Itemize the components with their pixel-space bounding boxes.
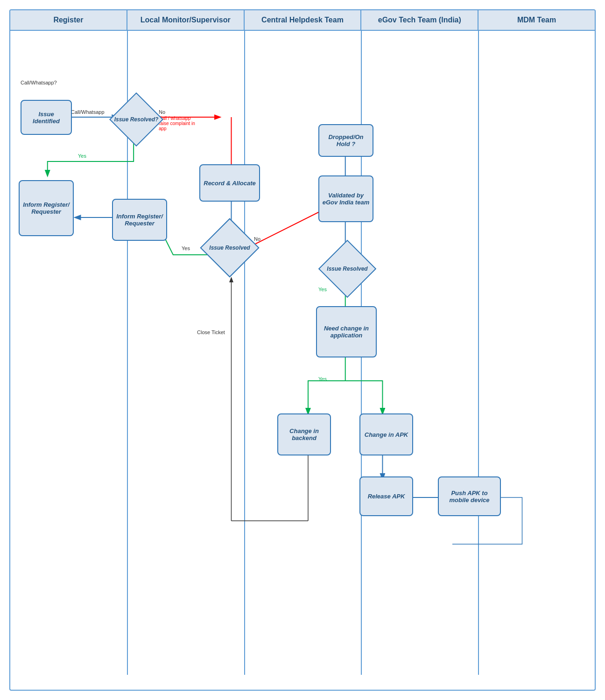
push-apk-shape: Push APK to mobile device bbox=[438, 476, 501, 516]
yes4-label: Yes bbox=[318, 376, 327, 382]
diagram-container: Register Local Monitor/Supervisor Centra… bbox=[9, 9, 596, 691]
yes1-label: Yes bbox=[78, 153, 86, 159]
inform-register2-shape: Inform Register/ Requester bbox=[112, 199, 167, 241]
record-allocate-shape: Record & Allocate bbox=[199, 164, 260, 202]
change-apk-shape: Change in APK bbox=[359, 413, 413, 455]
release-apk-shape: Release APK bbox=[359, 476, 413, 516]
content-area: Call/Whatsapp? Call/Whatsapp No Call / w… bbox=[10, 31, 595, 675]
header-central-helpdesk: Central Helpdesk Team bbox=[245, 10, 362, 30]
close-ticket-label: Close Ticket bbox=[197, 329, 225, 335]
header-local-monitor: Local Monitor/Supervisor bbox=[127, 10, 245, 30]
call-whatsapp-label: Call/Whatsapp? bbox=[21, 80, 57, 85]
issue-resolved-local-diamond: Issue Resolved? bbox=[111, 98, 162, 140]
call-whatsapp-arrow-label: Call/Whatsapp bbox=[71, 109, 105, 115]
yes2-label: Yes bbox=[182, 245, 190, 251]
change-backend-shape: Change in backend bbox=[277, 413, 331, 455]
divider-4 bbox=[478, 31, 479, 675]
validated-egov-shape: Validated by eGov India team bbox=[318, 175, 373, 222]
inform-register1-shape: Inform Register/ Requester bbox=[19, 180, 74, 236]
header-row: Register Local Monitor/Supervisor Centra… bbox=[10, 10, 595, 31]
raise-complaint-label: Call / whatsapp raise complaint in app bbox=[159, 116, 196, 131]
diagram-wrapper: Register Local Monitor/Supervisor Centra… bbox=[0, 0, 605, 700]
divider-2 bbox=[244, 31, 245, 675]
issue-resolved-central-diamond: Issue Resolved bbox=[202, 224, 258, 271]
issue-identified-shape: Issue Identified bbox=[21, 100, 72, 135]
arrows-svg bbox=[10, 31, 595, 675]
dropped-on-hold-shape: Dropped/On Hold ? bbox=[318, 124, 373, 157]
header-mdm: MDM Team bbox=[478, 10, 595, 30]
issue-resolved-egov-diamond: Issue Resolved bbox=[320, 245, 375, 292]
header-egov: eGov Tech Team (India) bbox=[361, 10, 478, 30]
header-register: Register bbox=[10, 10, 127, 30]
need-change-shape: Need change in application bbox=[316, 306, 377, 357]
